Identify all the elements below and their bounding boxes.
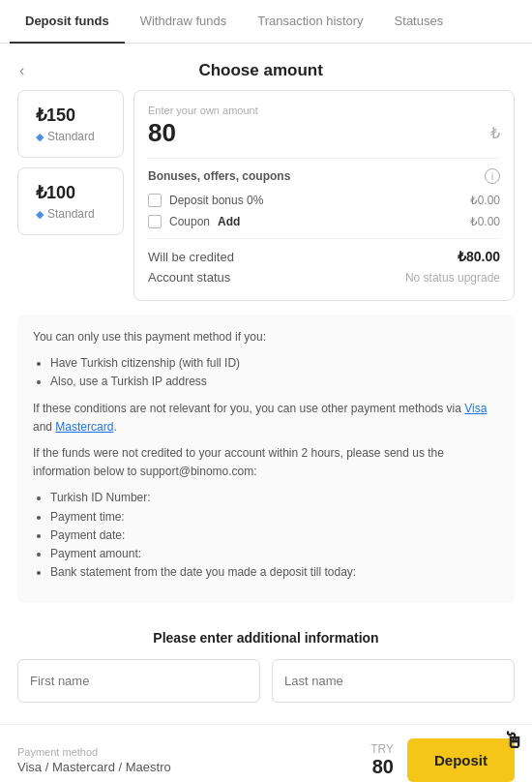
info-note: If these conditions are not relevant for…: [33, 400, 499, 436]
payment-amount-val: 80: [370, 756, 394, 778]
condition-1: Have Turkish citizenship (with full ID): [50, 354, 499, 373]
payment-currency: TRY: [370, 742, 394, 756]
payment-amount-col: TRY 80: [370, 742, 394, 778]
additional-section: Please enter additional information: [17, 617, 515, 724]
info-icon[interactable]: i: [485, 168, 500, 184]
account-status-label: Account status: [148, 270, 230, 285]
detail-1: Turkish ID Number:: [50, 489, 499, 507]
payment-right: TRY 80 Deposit 🖱: [370, 738, 515, 782]
amount-card-100[interactable]: ₺100 ◆ Standard: [17, 167, 124, 235]
deposit-bonus-text: Deposit bonus 0%: [169, 194, 263, 207]
coupon-text: Coupon: [169, 215, 210, 228]
condition-2: Also, use a Turkish IP address: [50, 373, 499, 391]
visa-link[interactable]: Visa: [464, 402, 487, 415]
own-amount-label: Enter your own amount: [148, 105, 500, 116]
own-amount-value[interactable]: 80: [148, 118, 176, 148]
account-status-row: Account status No status upgrade: [148, 270, 500, 285]
custom-amount-panel: Enter your own amount 80 ₺ Bonuses, offe…: [133, 90, 515, 301]
deposit-bonus-row: Deposit bonus 0% ₺0.00: [148, 194, 500, 207]
tab-statuses[interactable]: Statuses: [379, 0, 459, 44]
bonuses-title: Bonuses, offers, coupons: [148, 169, 290, 183]
coupon-amount: ₺0.00: [470, 215, 500, 228]
cursor-icon: 🖱: [503, 729, 524, 754]
detail-4: Payment amount:: [50, 545, 499, 563]
back-button[interactable]: ‹: [19, 62, 24, 79]
detail-5: Bank statement from the date you made a …: [50, 563, 499, 582]
own-amount-input-row: 80 ₺: [148, 118, 500, 148]
amount-card-150[interactable]: ₺150 ◆ Standard: [17, 90, 124, 158]
diamond-icon-2: ◆: [36, 208, 44, 221]
main-content: ₺150 ◆ Standard ₺100 ◆ Standard Enter yo…: [0, 90, 532, 724]
payment-method-label: Payment method: [17, 746, 171, 758]
info-intro: You can only use this payment method if …: [33, 328, 499, 346]
credited-value: ₺80.00: [458, 249, 500, 264]
details-list: Turkish ID Number: Payment time: Payment…: [33, 489, 499, 582]
amount-card-100-label: ◆ Standard: [36, 207, 105, 221]
additional-title: Please enter additional information: [17, 630, 515, 646]
bottom-bar: Payment method Visa / Mastercard / Maest…: [0, 724, 532, 782]
conditions-list: Have Turkish citizenship (with full ID) …: [33, 354, 499, 391]
detail-3: Payment date:: [50, 526, 499, 545]
preset-amount-cards: ₺150 ◆ Standard ₺100 ◆ Standard: [17, 90, 124, 301]
coupon-checkbox[interactable]: [148, 215, 162, 228]
tab-history[interactable]: Transaction history: [242, 0, 378, 44]
account-status-value: No status upgrade: [405, 271, 500, 285]
tab-deposit[interactable]: Deposit funds: [10, 0, 125, 44]
credited-label: Will be credited: [148, 250, 234, 264]
deposit-button[interactable]: Deposit 🖱: [407, 738, 515, 782]
top-row: ₺150 ◆ Standard ₺100 ◆ Standard Enter yo…: [17, 90, 515, 301]
currency-icon: ₺: [490, 124, 500, 142]
amount-card-100-value: ₺100: [36, 182, 105, 203]
deposit-bonus-left: Deposit bonus 0%: [148, 194, 263, 207]
diamond-icon-1: ◆: [36, 131, 44, 143]
first-name-input[interactable]: [17, 659, 260, 703]
amount-card-150-label: ◆ Standard: [36, 130, 105, 143]
deposit-bonus-checkbox[interactable]: [148, 194, 162, 207]
page-title: Choose amount: [34, 61, 488, 80]
payment-info: Payment method Visa / Mastercard / Maest…: [17, 746, 171, 774]
tab-withdraw[interactable]: Withdraw funds: [125, 0, 243, 44]
info-note2: If the funds were not credited to your a…: [33, 444, 499, 481]
coupon-row: Coupon Add ₺0.00: [148, 215, 500, 228]
coupon-left: Coupon Add: [148, 215, 240, 228]
payment-method-name: Visa / Mastercard / Maestro: [17, 760, 171, 774]
info-section: You can only use this payment method if …: [17, 315, 515, 603]
deposit-bonus-amount: ₺0.00: [470, 194, 500, 207]
page-header: ‹ Choose amount: [0, 44, 532, 90]
name-form-row: [17, 659, 515, 703]
tab-bar: Deposit funds Withdraw funds Transaction…: [0, 0, 532, 44]
last-name-input[interactable]: [272, 659, 515, 703]
mastercard-link[interactable]: Mastercard: [55, 420, 113, 434]
coupon-add-link[interactable]: Add: [218, 215, 240, 228]
divider-1: [148, 158, 500, 159]
amount-card-150-value: ₺150: [36, 105, 105, 126]
divider-2: [148, 238, 500, 239]
bonuses-header: Bonuses, offers, coupons i: [148, 168, 500, 184]
credited-row: Will be credited ₺80.00: [148, 249, 500, 264]
detail-2: Payment time:: [50, 508, 499, 526]
